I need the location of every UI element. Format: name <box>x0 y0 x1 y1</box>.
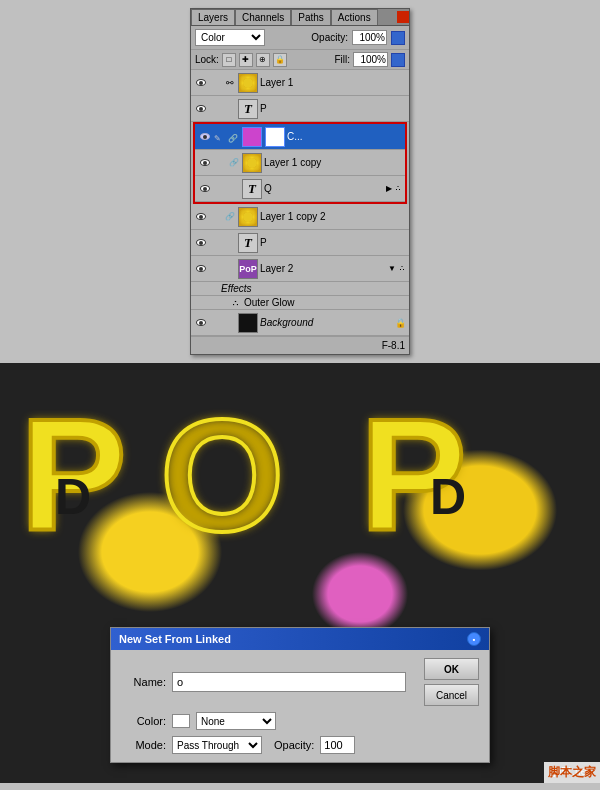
opacity-dialog-label: Opacity: <box>274 739 314 751</box>
pop-letter-o: O <box>160 383 284 567</box>
layer-row[interactable]: ⚯ Layer 1 <box>191 70 409 96</box>
dialog-name-row: Name: OK Cancel <box>121 658 479 706</box>
lock-transparency-btn[interactable]: □ <box>222 53 236 67</box>
effect-name: Outer Glow <box>244 297 295 308</box>
visibility-eye[interactable] <box>194 210 208 224</box>
brush-spacer: ✎ <box>214 131 226 143</box>
dialog-close-button[interactable]: • <box>467 632 481 646</box>
fill-input[interactable] <box>353 52 388 67</box>
lock-label: Lock: <box>195 54 219 65</box>
dialog-right-buttons: OK Cancel <box>418 658 479 706</box>
tab-paths[interactable]: Paths <box>291 9 331 25</box>
new-set-dialog: New Set From Linked • Name: OK Cancel Co… <box>110 627 490 763</box>
layer-row[interactable]: 🔗 Layer 1 copy 2 <box>191 204 409 230</box>
watermark2: 脚本之家 <box>544 762 600 783</box>
visibility-eye[interactable] <box>194 102 208 116</box>
layer-row[interactable]: Background 🔒 <box>191 310 409 336</box>
visibility-eye[interactable] <box>198 182 212 196</box>
dialog-color-row: Color: None <box>121 712 479 730</box>
tab-layers[interactable]: Layers <box>191 9 235 25</box>
tab-actions[interactable]: Actions <box>331 9 378 25</box>
lock-icon: 🔒 <box>395 318 406 328</box>
fill-arrow[interactable] <box>391 53 405 67</box>
panel-container: Layers Channels Paths Actions Color Opac… <box>0 0 600 355</box>
layer-thumbnail: T <box>238 233 258 253</box>
ok-button[interactable]: OK <box>424 658 479 680</box>
layer-row[interactable]: T P <box>191 96 409 122</box>
layer-thumbnail <box>238 73 258 93</box>
layer-name: Layer 1 copy <box>264 157 402 168</box>
color-select[interactable]: None <box>196 712 276 730</box>
color-swatch <box>172 714 190 728</box>
blend-opacity-row: Color Opacity: <box>191 26 409 50</box>
layer-name: P <box>260 103 406 114</box>
panel-footer-label: F-8.1 <box>382 340 405 351</box>
panel-tabs-row: Layers Channels Paths Actions <box>191 9 409 26</box>
layer-name: Q <box>264 183 380 194</box>
effects-label-row: Effects <box>191 282 409 296</box>
dialog-title-bar: New Set From Linked • <box>111 628 489 650</box>
fx-icon: ⛬ <box>394 184 402 193</box>
opacity-input[interactable] <box>352 30 387 45</box>
layers-panel: Layers Channels Paths Actions Color Opac… <box>190 8 410 355</box>
layer-thumbnail <box>238 313 258 333</box>
opacity-label: Opacity: <box>311 32 348 43</box>
layer-name: P <box>260 237 406 248</box>
link-icon: 🔗 <box>224 211 236 223</box>
visibility-eye[interactable] <box>194 76 208 90</box>
layer-row[interactable]: ✎ 🔗 C... <box>195 124 405 150</box>
visibility-eye[interactable] <box>198 156 212 170</box>
effects-label: Effects <box>221 283 252 294</box>
blend-mode-select[interactable]: Color <box>195 29 265 46</box>
opacity-dialog-input[interactable] <box>320 736 355 754</box>
layer-thumbnail <box>242 153 262 173</box>
mode-label: Mode: <box>121 739 166 751</box>
bottom-section: P O P D D jb51.net New Set From Linked •… <box>0 363 600 783</box>
fill-label: Fill: <box>334 54 350 65</box>
link-icon: 🔗 <box>228 157 240 169</box>
visibility-eye[interactable] <box>198 130 212 144</box>
visibility-eye[interactable] <box>194 262 208 276</box>
layer-row[interactable]: T Q ▶ ⛬ <box>195 176 405 202</box>
mode-select[interactable]: Pass Through <box>172 736 262 754</box>
smart-filter-icon: ▶ <box>386 184 392 193</box>
lock-fill-row: Lock: □ ✚ ⊕ 🔒 Fill: <box>191 50 409 70</box>
visibility-eye[interactable] <box>194 316 208 330</box>
layer-name: Background <box>260 317 393 328</box>
layer-thumbnail <box>238 207 258 227</box>
layer-name: C... <box>287 131 402 142</box>
dialog-body: Name: OK Cancel Color: None <box>111 650 489 762</box>
dialog-mode-row: Mode: Pass Through Opacity: <box>121 736 479 754</box>
dialog-title: New Set From Linked <box>119 633 231 645</box>
pop-art-canvas: P O P D D jb51.net New Set From Linked •… <box>0 363 600 783</box>
effect-item[interactable]: ⛬ Outer Glow <box>191 296 409 310</box>
panel-menu-icon[interactable] <box>397 11 409 23</box>
panel-footer: F-8.1 <box>191 336 409 354</box>
link-icon: ⚯ <box>224 77 236 89</box>
lock-all-btn[interactable]: 🔒 <box>273 53 287 67</box>
lock-position-btn[interactable]: ⊕ <box>256 53 270 67</box>
pop-small-d2: D <box>430 468 466 526</box>
group-highlight-box: ✎ 🔗 C... 🔗 Layer 1 copy <box>193 122 407 204</box>
lock-paint-btn[interactable]: ✚ <box>239 53 253 67</box>
layer-row[interactable]: 🔗 Layer 1 copy <box>195 150 405 176</box>
pop-small-d1: D <box>55 468 91 526</box>
layer-thumbnail: T <box>238 99 258 119</box>
layer-row[interactable]: T P <box>191 230 409 256</box>
layer-mask-thumbnail <box>265 127 285 147</box>
opacity-arrow[interactable] <box>391 31 405 45</box>
link-spacer: 🔗 <box>228 131 240 143</box>
layer-row[interactable]: PoP Layer 2 ▼ ⛬ <box>191 256 409 282</box>
cancel-button[interactable]: Cancel <box>424 684 479 706</box>
tab-channels[interactable]: Channels <box>235 9 291 25</box>
effect-icon: ⛬ <box>231 298 240 308</box>
name-label: Name: <box>121 676 166 688</box>
layer-thumbnail <box>242 127 262 147</box>
layer-name: Layer 2 <box>260 263 382 274</box>
name-input[interactable] <box>172 672 406 692</box>
layer-name: Layer 1 <box>260 77 406 88</box>
fx-icon2: ⛬ <box>398 264 406 273</box>
layer-thumbnail: T <box>242 179 262 199</box>
visibility-eye[interactable] <box>194 236 208 250</box>
layer-thumbnail: PoP <box>238 259 258 279</box>
